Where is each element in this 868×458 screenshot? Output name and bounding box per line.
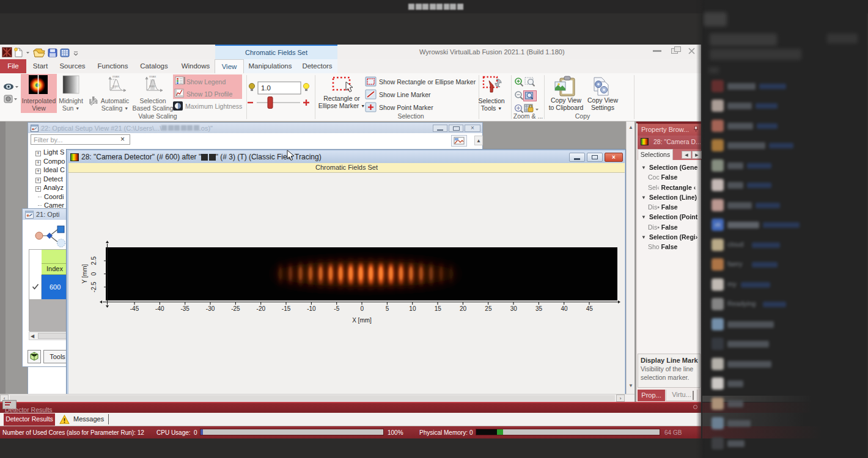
- svg-text:20: 20: [460, 305, 467, 312]
- svg-text:2.5: 2.5: [90, 256, 97, 265]
- svg-text:-15: -15: [282, 305, 291, 312]
- svg-text:-10: -10: [307, 305, 316, 312]
- svg-text:X [mm]: X [mm]: [352, 317, 372, 324]
- svg-text:40: 40: [561, 305, 568, 312]
- svg-text:1.0: 1.0: [261, 84, 271, 92]
- svg-text:0: 0: [360, 305, 364, 312]
- svg-text:-5: -5: [334, 305, 339, 312]
- svg-text:-25: -25: [231, 305, 240, 312]
- svg-text:max: max: [112, 75, 119, 78]
- svg-text:-40: -40: [155, 305, 164, 312]
- svg-text:max: max: [149, 75, 156, 78]
- svg-text:5: 5: [386, 305, 389, 312]
- svg-text:Y [mm]: Y [mm]: [81, 264, 88, 284]
- svg-text:30: 30: [510, 305, 518, 312]
- svg-text:25: 25: [485, 305, 492, 312]
- svg-text:10: 10: [409, 305, 416, 312]
- svg-text:35: 35: [535, 305, 543, 312]
- svg-text:15: 15: [435, 305, 442, 312]
- svg-text:45: 45: [586, 305, 594, 312]
- svg-text:min: min: [112, 84, 119, 88]
- svg-text:-2.5: -2.5: [90, 282, 97, 293]
- svg-text:-35: -35: [180, 305, 189, 312]
- svg-text:-45: -45: [130, 305, 139, 312]
- svg-text:-30: -30: [206, 305, 215, 312]
- svg-text:0: 0: [90, 272, 97, 275]
- svg-text:min: min: [149, 84, 155, 88]
- svg-text:-20: -20: [257, 305, 266, 312]
